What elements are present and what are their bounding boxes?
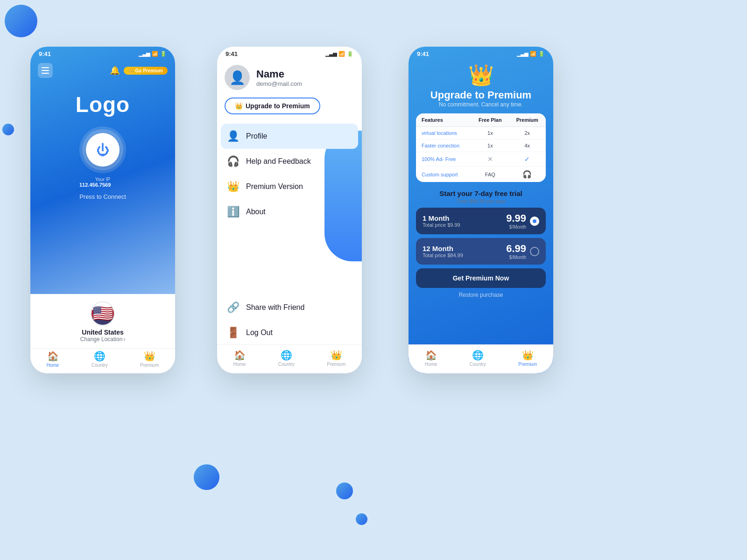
user-email: demo@mail.com (256, 80, 302, 87)
menu-button[interactable] (38, 63, 53, 78)
menu-item-share[interactable]: 🔗 Share with Friend (221, 295, 358, 320)
menu-item-help[interactable]: 🎧 Help and Feedback (221, 149, 358, 174)
user-name: Name (256, 68, 302, 80)
signal-icon: ▁▃▅ (139, 51, 150, 57)
deco-circle-4 (336, 483, 353, 499)
menu-item-logout[interactable]: 🚪 Log Out (221, 320, 358, 345)
deco-circle-1 (5, 5, 37, 37)
flag-circle (91, 301, 115, 326)
signal-icon-3: ▁▃▅ (517, 51, 528, 57)
nav-premium-3[interactable]: 👑 Premium (518, 350, 537, 367)
bottom-nav-1: 🏠 Home 🌐 Country 👑 Premium (30, 348, 175, 368)
nav-country-1[interactable]: 🌐 Country (92, 350, 108, 368)
user-avatar: 👤 (225, 65, 250, 90)
menu-bottom: 🔗 Share with Friend 🚪 Log Out (217, 295, 362, 345)
status-time-2: 9:41 (226, 50, 238, 57)
plan-1month-info: 1 Month Total price $9.99 (423, 214, 460, 228)
wifi-icon: 📶 (152, 51, 158, 57)
signal-icon-2: ▁▃▅ (325, 51, 337, 57)
crown-icon-nav-3: 👑 (522, 350, 534, 361)
home-icon: 🏠 (47, 350, 59, 362)
logout-icon: 🚪 (226, 327, 240, 339)
home-icon-2: 🏠 (234, 350, 246, 361)
nav-home-3[interactable]: 🏠 Home (425, 350, 437, 367)
status-icons-2: ▁▃▅ 📶 🔋 (325, 51, 353, 57)
premium-icon: 👑 (226, 181, 240, 193)
check-mark-adfree: ✓ (524, 155, 530, 163)
wifi-icon-2: 📶 (338, 51, 345, 57)
upgrade-subtitle: No commitment. Cancel any time. (439, 101, 523, 108)
phone-home: 9:41 ▁▃▅ 📶 🔋 🔔 👑 Go Premium Logo (30, 47, 175, 373)
ip-address: 112.456.7569 (79, 182, 126, 188)
us-flag (92, 302, 114, 325)
nav-premium-2[interactable]: 👑 Premium (327, 350, 345, 367)
deco-circle-3 (194, 464, 219, 490)
globe-icon-2: 🌐 (281, 350, 292, 361)
change-location-button[interactable]: Change Location › (80, 336, 126, 343)
status-bar-2: 9:41 ▁▃▅ 📶 🔋 (217, 47, 362, 59)
feature-row-1: virtual locations 1x 2x (416, 127, 546, 140)
share-icon: 🔗 (226, 301, 240, 314)
feature-row-2: Faster conection 1x 4x (416, 140, 546, 152)
feature-row-4: Custom support FAQ 🎧 (416, 167, 546, 182)
app-logo: Logo (76, 92, 130, 117)
chevron-right-icon: › (123, 336, 125, 343)
profile-icon: 👤 (226, 130, 240, 142)
globe-icon-3: 🌐 (472, 350, 484, 361)
status-time-1: 9:41 (39, 50, 51, 57)
nav-premium-1[interactable]: 👑 Premium (140, 350, 159, 368)
get-premium-button[interactable]: Get Premium Now (416, 268, 546, 288)
deco-circle-2 (2, 124, 14, 135)
plan-12month[interactable]: 12 Month Total price $84.99 6.99 $/Month (416, 238, 546, 265)
plan-12month-info: 12 Month Total price $84.99 (423, 245, 463, 258)
restore-purchase-link[interactable]: Restore purchase (459, 292, 503, 298)
plan-1month-radio[interactable] (530, 217, 539, 226)
nav-home-2[interactable]: 🏠 Home (233, 350, 246, 367)
about-icon: ℹ️ (226, 206, 240, 218)
notification-icon[interactable]: 🔔 (110, 65, 120, 76)
phone-premium: 9:41 ▁▃▅ 📶 🔋 👑 Upgrade to Premium No com… (409, 47, 553, 373)
nav-country-2[interactable]: 🌐 Country (278, 350, 295, 367)
col-free: Free Plan (472, 113, 508, 126)
nav-home-1[interactable]: 🏠 Home (47, 350, 59, 368)
power-icon: ⏻ (96, 142, 109, 158)
premium-content: 👑 Upgrade to Premium No commitment. Canc… (409, 59, 553, 301)
home-icon-3: 🏠 (425, 350, 437, 361)
col-features: Features (416, 113, 472, 126)
power-button[interactable]: ⏻ (86, 133, 120, 167)
globe-icon: 🌐 (94, 350, 106, 362)
user-header: 👤 Name demo@mail.com (217, 59, 362, 98)
crown-icon-large: 👑 (468, 63, 494, 87)
upgrade-to-premium-button[interactable]: 👑 Upgrade to Premium (225, 98, 320, 114)
menu-item-profile[interactable]: 👤 Profile (221, 124, 358, 149)
crown-icon-2: 👑 (235, 102, 243, 110)
battery-icon: 🔋 (160, 51, 167, 57)
col-premium: Premium (509, 113, 546, 126)
phone1-bottom: United States Change Location › 🏠 Home 🌐… (30, 294, 175, 373)
features-table: Features Free Plan Premium virtual locat… (416, 113, 546, 182)
status-bar-3: 9:41 ▁▃▅ 📶 🔋 (409, 47, 553, 59)
bottom-nav-3: 🏠 Home 🌐 Country 👑 Premium (409, 344, 553, 373)
status-icons-1: ▁▃▅ 📶 🔋 (139, 51, 167, 57)
crown-icon: 👑 (144, 350, 155, 362)
upgrade-title: Upgrade to Premium (430, 89, 531, 101)
your-ip-label: Your IP (79, 177, 126, 182)
plan-1month[interactable]: 1 Month Total price $9.99 9.99 $/Month (416, 208, 546, 234)
menu-item-premium[interactable]: 👑 Premium Version (221, 174, 358, 199)
bottom-nav-2: 🏠 Home 🌐 Country 👑 Premium (217, 344, 362, 373)
help-icon: 🎧 (226, 155, 240, 168)
press-connect-text: Press to Connect (79, 193, 126, 200)
battery-icon-2: 🔋 (347, 51, 353, 57)
menu-list: 👤 Profile 🎧 Help and Feedback 👑 Premium … (217, 124, 362, 224)
country-section: United States Change Location › (30, 301, 175, 343)
status-time-3: 9:41 (417, 50, 429, 57)
plan-12month-price: 6.99 $/Month (506, 243, 539, 260)
menu-item-about[interactable]: ℹ️ About (221, 199, 358, 224)
x-mark-adfree: ✕ (487, 155, 493, 163)
trial-sub: Then $84.99 per year (456, 198, 505, 204)
status-icons-3: ▁▃▅ 📶 🔋 (517, 51, 545, 57)
plan-12month-radio[interactable] (530, 247, 539, 256)
country-name: United States (82, 329, 123, 336)
premium-badge[interactable]: 👑 Go Premium (124, 67, 168, 75)
nav-country-3[interactable]: 🌐 Country (470, 350, 486, 367)
